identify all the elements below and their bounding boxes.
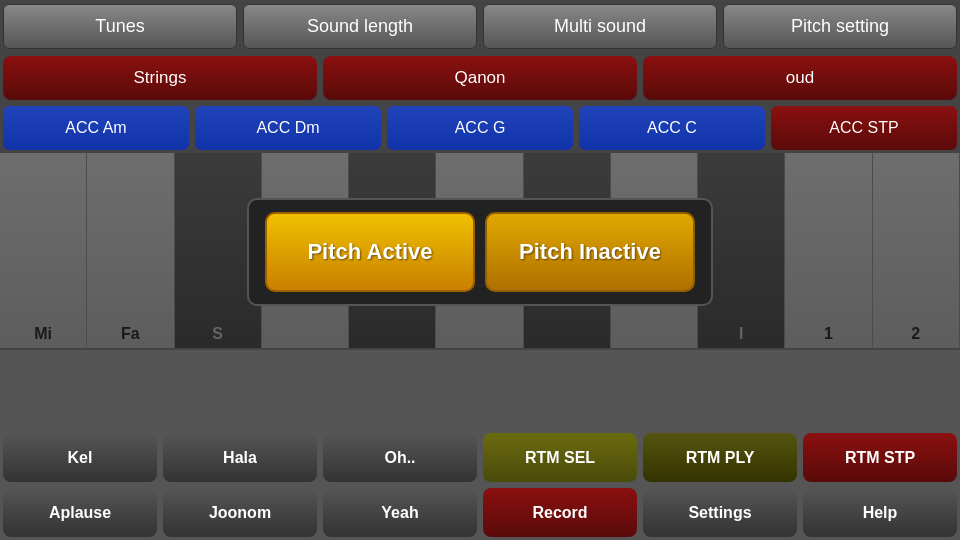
kel-button[interactable]: Kel — [3, 433, 157, 482]
rtm-stp-button[interactable]: RTM STP — [803, 433, 957, 482]
help-button[interactable]: Help — [803, 488, 957, 537]
bottom-area: Kel Hala Oh.. RTM SEL RTM PLY RTM STP Ap… — [0, 430, 960, 540]
tab-multi-sound[interactable]: Multi sound — [483, 4, 717, 49]
tab-tunes[interactable]: Tunes — [3, 4, 237, 49]
acc-c-button[interactable]: ACC C — [579, 106, 765, 150]
bottom-row-2: Aplause Joonom Yeah Record Settings Help — [0, 485, 960, 540]
yeah-button[interactable]: Yeah — [323, 488, 477, 537]
tab-pitch-setting[interactable]: Pitch setting — [723, 4, 957, 49]
rtm-sel-button[interactable]: RTM SEL — [483, 433, 637, 482]
tab-sound-length[interactable]: Sound length — [243, 4, 477, 49]
piano-area: Mi Fa S l 1 2 Pitch Active Pitch Inactiv… — [0, 153, 960, 350]
instrument-qanon[interactable]: Qanon — [323, 56, 637, 100]
acc-am-button[interactable]: ACC Am — [3, 106, 189, 150]
aplause-button[interactable]: Aplause — [3, 488, 157, 537]
bottom-row-1: Kel Hala Oh.. RTM SEL RTM PLY RTM STP — [0, 430, 960, 485]
instrument-row: Strings Qanon oud — [0, 53, 960, 103]
pitch-modal: Pitch Active Pitch Inactive — [247, 198, 713, 306]
acc-stp-button[interactable]: ACC STP — [771, 106, 957, 150]
instrument-oud[interactable]: oud — [643, 56, 957, 100]
oh-button[interactable]: Oh.. — [323, 433, 477, 482]
acc-row: ACC Am ACC Dm ACC G ACC C ACC STP — [0, 103, 960, 153]
acc-dm-button[interactable]: ACC Dm — [195, 106, 381, 150]
joonom-button[interactable]: Joonom — [163, 488, 317, 537]
acc-g-button[interactable]: ACC G — [387, 106, 573, 150]
record-button[interactable]: Record — [483, 488, 637, 537]
instrument-strings[interactable]: Strings — [3, 56, 317, 100]
top-tabs: Tunes Sound length Multi sound Pitch set… — [0, 0, 960, 53]
pitch-active-button[interactable]: Pitch Active — [265, 212, 475, 292]
settings-button[interactable]: Settings — [643, 488, 797, 537]
rtm-ply-button[interactable]: RTM PLY — [643, 433, 797, 482]
pitch-modal-overlay: Pitch Active Pitch Inactive — [0, 153, 960, 350]
hala-button[interactable]: Hala — [163, 433, 317, 482]
pitch-inactive-button[interactable]: Pitch Inactive — [485, 212, 695, 292]
